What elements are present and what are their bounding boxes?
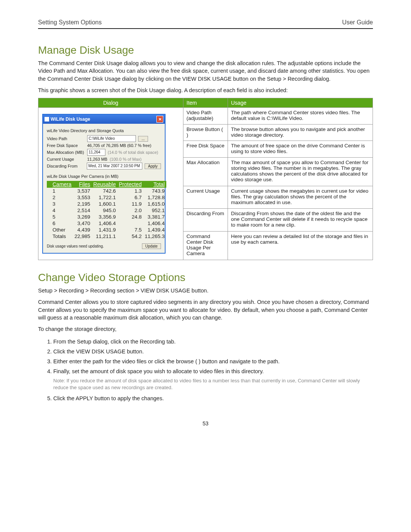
nav-path: Setup > Recording > Recording section > … — [38, 287, 373, 294]
col-usage: Usage — [228, 98, 373, 108]
col-files: Files — [73, 181, 92, 188]
table-row: The browse button allows you to navigate… — [228, 124, 373, 141]
dialog-app-icon — [45, 117, 49, 121]
dialog-description-table: Dialog Item Usage WiLife Disk Usage ✕ — [38, 98, 373, 260]
table-cell: 1,406.4 — [143, 220, 166, 227]
col-protected: Protected — [117, 181, 143, 188]
table-row: Discarding From — [183, 209, 228, 231]
table-cell: 7.5 — [117, 227, 143, 233]
dialog-section-storage-quota: wiLife Video Directory and Storage Quota — [47, 128, 161, 133]
table-cell: Other — [47, 227, 73, 233]
header-left: Setting System Options — [38, 19, 102, 26]
table-cell: 2.0 — [117, 207, 143, 214]
video-path-input[interactable]: C:\WiLife Video — [87, 135, 136, 142]
table-cell: 4 — [47, 207, 73, 214]
table-row: Current usage shows the megabytes in cur… — [228, 186, 373, 209]
current-usage-label: Current Usage — [47, 157, 85, 161]
table-cell: 3,356.9 — [92, 214, 117, 220]
table-cell: 3 — [47, 201, 73, 207]
free-disk-label: Free Disk Space — [47, 143, 85, 148]
table-cell — [117, 220, 143, 227]
table-row: Free Disk Space — [183, 141, 228, 158]
table-cell: 54.2 — [117, 233, 143, 240]
dialog-screenshot-cell: WiLife Disk Usage ✕ wiLife Video Directo… — [38, 108, 183, 260]
col-item: Item — [183, 98, 228, 108]
table-cell: 2,195 — [73, 201, 92, 207]
table-row: Current Usage — [183, 186, 228, 209]
discarding-from-value: Wed, 21 Mar 2007 2:10:50 PM — [87, 163, 142, 169]
table-cell: 1,431.9 — [92, 227, 117, 233]
max-allocation-pct: (14.0 % of total disk space) — [108, 150, 158, 155]
intro-paragraph-2: This graphic shows a screen shot of the … — [38, 86, 373, 94]
current-usage-pct: (100.0 % of Max) — [110, 157, 142, 161]
table-row: Here you can review a detailed list of t… — [228, 231, 373, 260]
table-cell: 1,406.4 — [92, 220, 117, 227]
table-cell: 1,600.1 — [92, 201, 117, 207]
table-cell: 4,439 — [73, 227, 92, 233]
table-row: Command Center Disk Usage Per Camera — [183, 231, 228, 260]
col-camera: Camera — [47, 181, 73, 188]
table-cell: 11.9 — [117, 201, 143, 207]
update-message: Disk usage values need updating. — [47, 244, 104, 248]
discarding-from-label: Discarding From — [47, 164, 84, 168]
step-item: Either enter the path for the video file… — [53, 358, 373, 364]
step-item: Click the VIEW DISK USAGE button. — [53, 348, 373, 355]
table-row: Browse Button ( ) — [183, 124, 228, 141]
table-row: Max Allocation — [183, 157, 228, 186]
current-usage-value: 11,263 MB — [87, 157, 107, 161]
table-cell: 743.9 — [143, 188, 166, 194]
step-item: From the Setup dialog, click on the Reco… — [53, 339, 373, 345]
table-row: The max amount of space you allow to Com… — [228, 157, 373, 186]
table-cell: 1,728.8 — [143, 194, 166, 201]
col-reusable: Reusable — [92, 181, 117, 188]
table-cell: 1 — [47, 188, 73, 194]
disk-usage-dialog: WiLife Disk Usage ✕ wiLife Video Directo… — [42, 114, 166, 254]
heading-manage-disk-usage: Manage Disk Usage — [38, 44, 373, 56]
table-cell: 3,553 — [73, 194, 92, 201]
body-paragraph: To change the storage directory, — [38, 325, 373, 333]
page-number: 53 — [38, 420, 373, 427]
table-cell: 24.8 — [117, 214, 143, 220]
step-item: Click the APPLY button to apply the chan… — [53, 395, 373, 401]
table-cell: 22,985 — [73, 233, 92, 240]
free-disk-value: 46,705 of 76,285 MB (60.7 % free) — [87, 143, 151, 148]
table-cell: 1,439.4 — [143, 227, 166, 233]
close-icon[interactable]: ✕ — [156, 116, 163, 123]
update-button[interactable]: Update — [142, 243, 161, 249]
table-row: The amount of free space on the drive Co… — [228, 141, 373, 158]
dialog-section-per-camera: wiLife Disk Usage Per Camera (in MB) — [47, 174, 161, 179]
browse-button[interactable]: ... — [138, 136, 148, 142]
table-cell: 6 — [47, 220, 73, 227]
intro-paragraph-1: The Command Center Disk Usage dialog all… — [38, 59, 373, 83]
table-cell: 2 — [47, 194, 73, 201]
step-note: Note: If you reduce the amount of disk s… — [53, 377, 373, 391]
apply-button[interactable]: Apply — [145, 163, 161, 169]
table-cell: 1,615.0 — [143, 201, 166, 207]
heading-change-video-storage: Change Video Storage Options — [38, 272, 373, 284]
table-cell: 945.0 — [92, 207, 117, 214]
table-cell: Totals — [47, 233, 73, 240]
table-row: The path where Command Center stores vid… — [228, 108, 373, 125]
steps-list: From the Setup dialog, click on the Reco… — [38, 339, 373, 401]
dialog-title: WiLife Disk Usage — [51, 117, 90, 122]
body-paragraph: Command Center allows you to store captu… — [38, 298, 373, 321]
video-path-label: Video Path — [47, 136, 85, 141]
table-cell: 3,269 — [73, 214, 92, 220]
table-cell: 952.1 — [143, 207, 166, 214]
header-right: User Guide — [342, 19, 373, 26]
table-row: Discarding From shows the date of the ol… — [228, 209, 373, 231]
col-total: Total — [143, 181, 166, 188]
table-cell: 3,381.7 — [143, 214, 166, 220]
table-cell: 1.3 — [117, 188, 143, 194]
per-camera-table: Camera Files Reusable Protected Total 13… — [47, 181, 166, 240]
table-row: Video Path (adjustable) — [183, 108, 228, 125]
dialog-titlebar: WiLife Disk Usage ✕ — [43, 115, 165, 124]
table-cell: 11,265.3 — [143, 233, 166, 240]
table-cell: 11,211.1 — [92, 233, 117, 240]
table-cell: 3,470 — [73, 220, 92, 227]
step-text: Finally, set the amount of disk space yo… — [53, 368, 264, 374]
max-allocation-input[interactable]: 11,264 — [87, 149, 105, 156]
table-cell: 6.7 — [117, 194, 143, 201]
max-allocation-label: Max Allocation (MB) — [47, 150, 85, 155]
table-cell: 3,537 — [73, 188, 92, 194]
